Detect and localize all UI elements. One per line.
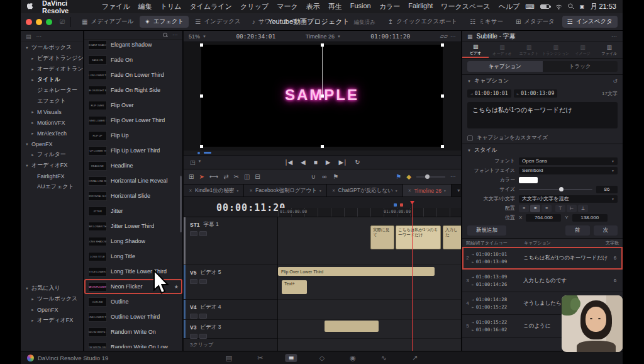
- sidebar-item[interactable]: ▾オーディオFX: [21, 160, 83, 171]
- sidebar-item[interactable]: ▾OpenFX: [21, 139, 83, 149]
- align-center-button[interactable]: ≡: [530, 205, 540, 212]
- inspector-button[interactable]: ☲インスペクタ: [562, 16, 618, 28]
- customize-caption-row[interactable]: キャプションをカスタマイズ: [462, 132, 623, 144]
- transitions-tab[interactable]: ▥トランジション: [542, 42, 569, 58]
- goto-end-button[interactable]: ▶∣: [339, 159, 347, 166]
- caption-row[interactable]: 3⇥01:00:13:09⇤01:00:14:26入力したものです6: [462, 270, 623, 292]
- favorite-star-icon[interactable]: ★: [174, 284, 179, 290]
- loop-button[interactable]: ↻: [355, 159, 360, 166]
- transform-handle[interactable]: [441, 43, 444, 47]
- blade-tool-icon[interactable]: ✂: [234, 173, 239, 180]
- image-tab[interactable]: ▥イメージ: [569, 42, 596, 58]
- sidebar-item[interactable]: ▸ツールボックス: [21, 293, 83, 304]
- mixer-button[interactable]: ☷ミキサー: [465, 16, 508, 28]
- insert-clip-icon[interactable]: ◫: [244, 173, 250, 180]
- transform-handle[interactable]: [321, 43, 324, 47]
- track-header[interactable]: V3ビデオ 3: [184, 320, 277, 339]
- track-lock-icon[interactable]: [199, 231, 207, 236]
- timeline-tab[interactable]: ✕Kindle1位の秘密▾: [184, 185, 244, 196]
- effect-item[interactable]: FLIP UP LOWER THIRDFlip Up Lower Third: [84, 143, 182, 158]
- menubar-item[interactable]: Fusion: [350, 2, 371, 11]
- split-view-icon[interactable]: ▱▱: [440, 33, 448, 39]
- control-center-icon[interactable]: ▣: [580, 4, 585, 9]
- goto-start-button[interactable]: ∣◀: [284, 159, 292, 166]
- cut-page-button[interactable]: ✂: [254, 354, 266, 362]
- close-tab-icon[interactable]: ✕: [408, 188, 412, 193]
- sidebar-item[interactable]: ▸OpenFX: [21, 304, 83, 315]
- menubar-item[interactable]: 編集: [138, 2, 152, 11]
- video-clip[interactable]: [325, 321, 379, 332]
- blue-flag-icon[interactable]: ⚑: [396, 173, 401, 180]
- add-caption-button[interactable]: 新規追加: [467, 225, 506, 236]
- project-title[interactable]: Youtube動画プロジェクト: [268, 17, 350, 26]
- fusion-page-button[interactable]: ◇: [316, 354, 328, 362]
- color-page-button[interactable]: ◉: [347, 354, 359, 362]
- effect-item[interactable]: JITTER LOWER THIRDJitter Lower Third: [84, 219, 182, 234]
- menubar-item[interactable]: カラー: [379, 2, 401, 11]
- menubar-clock[interactable]: 月 21:53: [590, 2, 616, 11]
- menubar-item[interactable]: ヘルプ: [499, 2, 520, 11]
- menubar-item[interactable]: クリップ: [240, 2, 269, 11]
- sidebar-item[interactable]: ▸タイトル: [21, 74, 83, 85]
- close-tab-icon[interactable]: ✕: [332, 188, 336, 193]
- quick-export-button[interactable]: ↥クイックエクスポート: [383, 16, 462, 28]
- trim-edit-tool-icon[interactable]: ⟷: [209, 173, 218, 180]
- transform-handle[interactable]: [200, 94, 203, 98]
- caption-out-timecode[interactable]: ⇤ 01:00:13:09: [514, 89, 558, 98]
- sidebar-item[interactable]: ▸MotionVFX: [21, 117, 83, 128]
- timeline-tab[interactable]: ✕Timeline 26▾: [403, 185, 452, 196]
- wifi-icon[interactable]: [555, 3, 562, 11]
- reset-icon[interactable]: ↺: [613, 78, 618, 84]
- sidebar-item[interactable]: FairlightFX: [21, 171, 83, 181]
- timeline-zoom-slider[interactable]: [416, 176, 445, 178]
- timeline-select[interactable]: Timeline 26▼: [306, 33, 341, 40]
- case-dropdown[interactable]: 大文字/小文字を混在▼: [519, 195, 618, 203]
- effect-item[interactable]: OUTLINE LOWER THIRDOutline Lower Third: [84, 309, 182, 324]
- link-clips-icon[interactable]: ∞: [322, 173, 326, 180]
- effect-item[interactable]: JITTERJitter: [84, 203, 182, 219]
- customize-checkbox[interactable]: [467, 135, 473, 141]
- sidebar-item[interactable]: ▾ツールボックス: [21, 42, 83, 53]
- transform-handle[interactable]: [200, 145, 203, 148]
- transform-center-handle[interactable]: [321, 94, 324, 98]
- effect-item[interactable]: HORIZONTAL LINE REVEALHorizontal Line Re…: [84, 173, 182, 188]
- size-value[interactable]: 86: [596, 186, 618, 193]
- chevron-down-icon[interactable]: ▼: [457, 188, 461, 193]
- timeline-view-options-icon[interactable]: ⊞: [189, 173, 194, 180]
- effects-button[interactable]: ✴エフェクト: [140, 16, 189, 28]
- effect-item[interactable]: FLIP UPFlip Up: [84, 128, 182, 143]
- metadata-button[interactable]: ⊞メタデータ: [511, 16, 560, 28]
- viewer-scrubber[interactable]: [184, 151, 461, 156]
- sidebar-item[interactable]: ▸オーディオFX: [21, 315, 83, 326]
- sidebar-item[interactable]: エフェクト: [21, 96, 83, 106]
- close-tab-icon[interactable]: ✕: [249, 188, 253, 193]
- effect-item[interactable]: FLIP OVER LOWER THIRDFlip Over Lower Thi…: [84, 113, 182, 128]
- pos-x-value[interactable]: 764.000: [526, 214, 561, 222]
- sidebar-item[interactable]: ▸ビデオトランジシ..: [21, 53, 83, 64]
- flag-icon[interactable]: ⚑: [333, 173, 338, 180]
- sidebar-item[interactable]: ▸オーディオトラン...: [21, 64, 83, 74]
- inspector-grid-icon[interactable]: ▦: [467, 33, 473, 40]
- blue-marker[interactable]: [394, 203, 397, 207]
- track-enable-icon[interactable]: [190, 334, 197, 339]
- sidebar-item[interactable]: ▸フィルター: [21, 149, 83, 160]
- zoom-window-button[interactable]: [46, 19, 52, 25]
- close-tab-icon[interactable]: ✕: [189, 188, 192, 193]
- stop-button[interactable]: ■: [314, 159, 318, 166]
- track-lock-icon[interactable]: [199, 279, 207, 284]
- apple-menu-icon[interactable]: [27, 3, 34, 11]
- audio-tab[interactable]: ▥オーディオ: [489, 42, 515, 58]
- menubar-item[interactable]: ファイル: [102, 2, 130, 11]
- list-view-icon[interactable]: ▤: [26, 33, 31, 40]
- title-clip[interactable]: Flip Over Lower Third: [278, 267, 435, 276]
- inspector-options-icon[interactable]: ⋯: [611, 33, 618, 40]
- timeline-lanes[interactable]: 実際に見てこちらは私が1つのキーワードだけ入力したFlip Over Lower…: [278, 217, 461, 351]
- caption-in-timecode[interactable]: ⇥ 01:00:10:01: [467, 89, 511, 98]
- subtitle-clip[interactable]: 入力した: [443, 225, 461, 249]
- overwrite-clip-icon[interactable]: ⊟: [255, 173, 260, 180]
- spotlight-search-icon[interactable]: [568, 3, 574, 11]
- close-window-button[interactable]: [26, 19, 32, 25]
- text-plus-clip[interactable]: Text+: [282, 280, 307, 294]
- file-tab[interactable]: ▥ファイル: [596, 42, 623, 58]
- style-section-header[interactable]: ▼ スタイル: [462, 144, 623, 156]
